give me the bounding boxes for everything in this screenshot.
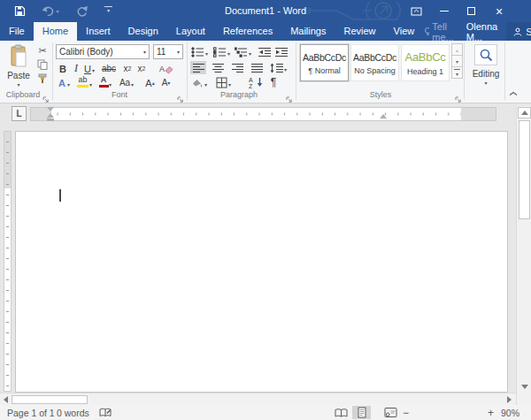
scroll-right-button[interactable] [504, 393, 515, 405]
left-indent-marker[interactable] [47, 118, 54, 121]
read-mode-button[interactable] [332, 406, 350, 419]
highlight-dropdown-icon[interactable]: ▾ [89, 78, 92, 91]
share-button[interactable]: Share [506, 22, 531, 41]
tab-home[interactable]: Home [34, 22, 77, 41]
paste-clipboard-icon [10, 44, 28, 67]
borders-dropdown-icon[interactable]: ▾ [228, 78, 231, 91]
scroll-down-button[interactable] [518, 381, 531, 393]
word-window: ▾ ▾ Document1 - Word × File Home Insert … [0, 0, 531, 420]
proofing-icon[interactable] [99, 407, 112, 420]
tell-me-box[interactable]: Tell me... [423, 22, 457, 41]
tab-stop-selector[interactable]: L [12, 106, 27, 121]
ribbon-display-options-icon[interactable] [405, 0, 427, 22]
collapse-ribbon-icon[interactable] [506, 88, 520, 99]
styles-scroll-down-icon[interactable]: ▾ [451, 55, 463, 67]
tab-references[interactable]: References [214, 22, 281, 41]
horizontal-scrollbar [0, 393, 516, 405]
horizontal-ruler[interactable] [30, 107, 496, 121]
style-normal[interactable]: AaBbCcDc ¶ Normal [300, 44, 349, 81]
copy-icon[interactable] [35, 58, 50, 70]
styles-more-icon[interactable]: ▾ [451, 66, 463, 79]
horizontal-scroll-thumb[interactable] [12, 395, 88, 404]
editing-button[interactable]: Editing ▾ [469, 44, 503, 86]
change-case-button[interactable]: Aa [118, 76, 132, 89]
highlight-color-button[interactable]: ab [76, 76, 89, 88]
style-no-spacing[interactable]: AaBbCcDc No Spacing [350, 44, 399, 81]
chevron-down-icon[interactable]: ▾ [143, 50, 146, 55]
font-color-button[interactable]: A [98, 76, 109, 88]
vertical-scroll-thumb[interactable] [519, 120, 530, 219]
italic-button[interactable]: I [71, 62, 81, 75]
font-size-combobox[interactable]: 11▾ [153, 44, 183, 59]
format-painter-icon[interactable] [35, 73, 50, 84]
increase-indent-icon[interactable] [274, 45, 289, 58]
tab-file[interactable]: File [0, 22, 34, 41]
tab-mailings[interactable]: Mailings [281, 22, 335, 41]
close-button[interactable]: × [489, 0, 510, 22]
shading-dropdown-icon[interactable]: ▾ [204, 78, 207, 91]
tab-design[interactable]: Design [119, 22, 167, 41]
ribbon-tab-bar: File Home Insert Design Layout Reference… [0, 22, 531, 41]
text-effects-dropdown-icon[interactable]: ▾ [67, 78, 70, 91]
bullets-dropdown-icon[interactable]: ▾ [205, 47, 208, 60]
zoom-in-button[interactable]: + [488, 407, 494, 419]
tab-view[interactable]: View [385, 22, 424, 41]
grow-font-button[interactable]: A▴ [143, 76, 157, 89]
borders-icon[interactable] [215, 76, 228, 89]
shrink-font-button[interactable]: A▾ [159, 76, 173, 89]
tab-insert[interactable]: Insert [77, 22, 119, 41]
justify-button[interactable] [249, 61, 265, 74]
lightbulb-icon [423, 27, 429, 36]
first-line-indent-marker[interactable] [47, 107, 54, 111]
line-spacing-dropdown-icon[interactable]: ▾ [284, 63, 287, 76]
cut-icon[interactable]: ✂ [35, 45, 50, 57]
scroll-up-button[interactable] [518, 107, 531, 118]
zoom-out-button[interactable]: − [403, 407, 409, 419]
page-count[interactable]: Page 1 of 1 [7, 408, 55, 418]
text-effects-button[interactable]: A [57, 76, 67, 89]
shading-icon[interactable] [190, 76, 204, 89]
underline-dropdown-icon[interactable]: ▾ [92, 64, 95, 77]
right-indent-marker[interactable] [380, 114, 387, 118]
word-count[interactable]: 0 words [57, 408, 89, 418]
style-heading-1[interactable]: AaBbCc Heading 1 [401, 44, 450, 81]
multilevel-list-icon[interactable] [234, 45, 249, 58]
strikethrough-button[interactable]: abc [99, 62, 119, 75]
ruler-row: L 1 2 3 4 5 6 7 [0, 103, 516, 126]
scroll-left-button[interactable] [0, 393, 11, 405]
font-color-dropdown-icon[interactable]: ▾ [109, 78, 112, 91]
maximize-button[interactable] [460, 0, 481, 22]
numbering-dropdown-icon[interactable]: ▾ [227, 47, 230, 60]
align-left-button[interactable] [190, 61, 206, 74]
subscript-button[interactable]: x2 [121, 62, 134, 75]
align-right-button[interactable] [229, 61, 245, 74]
multilevel-dropdown-icon[interactable]: ▾ [249, 47, 251, 60]
print-layout-button[interactable] [352, 406, 371, 419]
tab-layout[interactable]: Layout [167, 22, 214, 41]
paste-button[interactable]: Paste ▾ [5, 44, 32, 88]
line-spacing-icon[interactable] [269, 61, 284, 74]
minimize-button[interactable] [434, 0, 455, 22]
account-user-name[interactable]: Olenna M... [458, 22, 506, 41]
document-page[interactable] [15, 131, 508, 393]
numbering-icon[interactable] [212, 45, 227, 58]
find-magnifier-icon [474, 44, 497, 65]
align-center-button[interactable] [210, 61, 226, 74]
hanging-indent-marker[interactable] [47, 113, 54, 118]
chevron-down-icon[interactable]: ▾ [177, 50, 180, 55]
clear-formatting-icon[interactable]: A [158, 62, 175, 75]
font-name-combobox[interactable]: Calibri (Body)▾ [56, 44, 150, 59]
change-case-dropdown-icon[interactable]: ▾ [131, 78, 134, 91]
show-hide-pilcrow-button[interactable]: ¶ [267, 75, 280, 88]
tab-review[interactable]: Review [335, 22, 385, 41]
decrease-indent-icon[interactable] [258, 45, 272, 58]
zoom-level[interactable]: 90% [501, 408, 519, 418]
superscript-button[interactable]: x2 [135, 62, 148, 75]
svg-text:Z: Z [249, 83, 253, 88]
web-layout-button[interactable] [381, 406, 399, 419]
bold-button[interactable]: B [57, 62, 69, 75]
styles-scroll-up-icon[interactable]: ▴ [451, 43, 463, 56]
bullets-icon[interactable] [190, 45, 205, 58]
sort-icon[interactable]: AZ [248, 75, 264, 89]
vertical-ruler[interactable] [4, 131, 12, 392]
